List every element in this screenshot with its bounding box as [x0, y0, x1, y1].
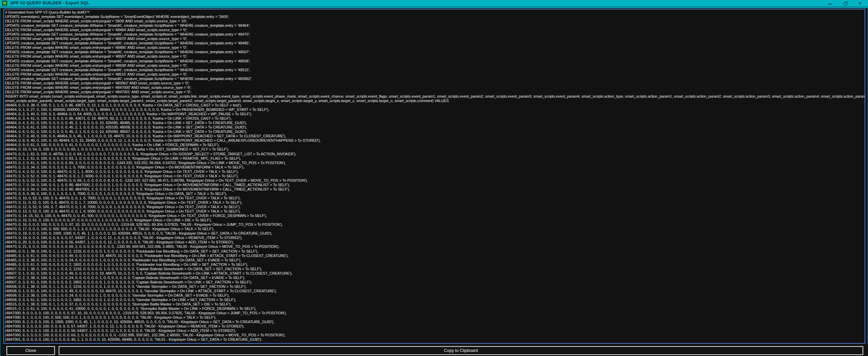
sql-line: (48464, 0, 7, 0, 40, 0, 100, 0, 6, 48464… — [5, 134, 865, 138]
sql-line: DELETE FROM smart_scripts WHERE smart_sc… — [5, 19, 865, 23]
sql-line: (48470, 0, 2, 0, 61, 0, 100, 0, 0, 0, 0,… — [5, 161, 865, 165]
sql-line: (48464, 0, 5, 6, 61, 0, 100, 0, 0, 0, 0,… — [5, 125, 865, 130]
sql-line: (48470, 0, 9, 0, 38, 0, 100, 0, 1, 1, 0,… — [5, 192, 865, 196]
screen: { "window": { "title": "SPP V2 QUERY BUI… — [0, 0, 868, 356]
app-window: SPP V2 QUERY BUILDER - Export SQL ✕ # Ge… — [0, 0, 868, 356]
sql-line: (48470, 0, 6, 0, 52, 0, 100, 0, 2, 48470… — [5, 178, 865, 183]
close-icon: ✕ — [858, 0, 862, 7]
sql-line: (48470, 0, 15, 0, 61, 0, 100, 0, 0, 0, 0… — [5, 218, 865, 222]
sql-line: UPDATE creature_template SET creature_te… — [5, 41, 865, 45]
sql-line: (48470, 0, 10, 0, 52, 0, 100, 0, 5, 4847… — [5, 196, 865, 200]
sql-line: UPDATE creature_template SET creature_te… — [5, 50, 865, 54]
sql-line: (48464, 0, 9, 0, 61, 0, 100, 0, 0, 0, 0,… — [5, 143, 865, 147]
sql-line: (48470, 0, 13, 0, 52, 0, 100, 0, 8, 4847… — [5, 209, 865, 214]
sql-line: (4847000, 9, 0, 0, 0, 0, 100, 0, 0, 0, 0… — [5, 311, 865, 315]
sql-line: (48470, 0, 8, 0, 34, 0, 100, 0, 0, 2, 0,… — [5, 187, 865, 192]
close-window-button[interactable]: ✕ — [854, 0, 866, 7]
sql-line: (48470, 0, 12, 0, 52, 0, 100, 0, 7, 4847… — [5, 205, 865, 209]
minimize-button[interactable] — [824, 0, 836, 7]
sql-line: (48508, 0, 1, 0, 61, 0, 100, 0, 0, 0, 0,… — [5, 289, 865, 293]
sql-line: (48464, 0, 10, 0, 54, 0, 100, 0, 0, 0, 0… — [5, 147, 865, 152]
sql-line: (48470, 0, 1, 2, 61, 0, 100, 0, 0, 0, 0,… — [5, 156, 865, 161]
sql-output-area[interactable]: # Generated from SPP V2 Query-Builder by… — [3, 9, 865, 344]
sql-line: DELETE FROM smart_scripts WHERE smart_sc… — [5, 90, 865, 94]
minimize-icon — [828, 4, 832, 4]
sql-line: (48464, 0, 8, 9, 40, 0, 100, 0, 10, 4846… — [5, 138, 865, 143]
sql-line: DELETE FROM smart_scripts WHERE smart_sc… — [5, 85, 865, 90]
sql-line: (48464, 0, 6, 0, 61, 0, 100, 0, 0, 0, 0,… — [5, 130, 865, 134]
sql-line: INSERT INTO smart_scripts (smart_scripts… — [5, 94, 865, 99]
sql-line: (48470, 0, 4, 0, 52, 0, 100, 0, 0, 48470… — [5, 170, 865, 174]
close-button-label: Close — [25, 348, 36, 353]
sql-line: (48508, 0, 3, 0, 61, 0, 100, 0, 0, 0, 0,… — [5, 298, 865, 302]
sql-line: DELETE FROM smart_scripts WHERE smart_sc… — [5, 63, 865, 68]
sql-line: DELETE FROM smart_scripts WHERE smart_sc… — [5, 81, 865, 85]
sql-line: UPDATE creature_template SET creature_te… — [5, 59, 865, 63]
sql-line: (48464, 0, 3, 4, 61, 0, 100, 0, 0, 0, 0,… — [5, 116, 865, 121]
sql-line: DELETE FROM smart_scripts WHERE smart_sc… — [5, 28, 865, 32]
sql-line: (4847000, 9, 3, 0, 0, 0, 100, 0, 0, 0, 0… — [5, 324, 865, 329]
sql-line: (48485, 0, 0, 1, 38, 0, 100, 0, 1, 1, 0,… — [5, 249, 865, 254]
restore-icon — [844, 1, 848, 5]
copy-to-clipboard-button[interactable]: Copy to Clipboard — [59, 346, 863, 355]
sql-line: (48515, 0, 1, 0, 61, 0, 100, 0, 0, 0, 0,… — [5, 306, 865, 311]
maximize-button[interactable] — [840, 0, 851, 7]
sql-line: (4847000, 9, 2, 0, 0, 0, 100, 0, 1000, 1… — [5, 320, 865, 324]
sql-line: smart_scripts.action_param6, smart_scrip… — [5, 99, 865, 103]
sql-line: (48507, 0, 1, 0, 61, 0, 100, 0, 0, 0, 0,… — [5, 271, 865, 276]
sql-line: (4847000, 9, 4, 0, 0, 0, 100, 0, 0, 0, 0… — [5, 329, 865, 333]
copy-button-label: Copy to Clipboard — [444, 348, 478, 353]
sql-line: (48470, 0, 17, 0, 0, 0, 100, 0, 500, 500… — [5, 227, 865, 231]
sql-line: # Generated from SPP V2 Query-Builder by… — [5, 10, 865, 15]
sql-line: (48470, 0, 5, 0, 52, 0, 100, 0, 1, 48470… — [5, 174, 865, 178]
sql-line: (48507, 0, 0, 1, 38, 0, 100, 0, 1, 1, 0,… — [5, 267, 865, 271]
sql-line: (4847000, 9, 1, 0, 0, 0, 100, 0, 500, 50… — [5, 315, 865, 320]
sql-line: (48464, 0, 4, 5, 61, 0, 100, 0, 0, 0, 0,… — [5, 121, 865, 125]
sql-line: DELETE FROM smart_scripts WHERE smart_sc… — [5, 45, 865, 50]
sql-line: (48464, 0, 0, 0, 38, 0, 100, 0, 1, 1, 0,… — [5, 103, 865, 107]
accent-divider — [0, 7, 868, 8]
sql-line: (48470, 0, 7, 0, 34, 0, 100, 0, 0, 1, 0,… — [5, 183, 865, 187]
sql-line: (48485, 0, 2, 3, 38, 0, 100, 0, 2, 1, 0,… — [5, 258, 865, 262]
app-icon — [2, 1, 7, 6]
sql-line: DELETE FROM smart_scripts WHERE smart_sc… — [5, 72, 865, 77]
sql-line: UPDATE eventobject_template SET eventobj… — [5, 15, 865, 19]
sql-line: (48464, 0, 2, 3, 40, 0, 100, 0, 5, 48464… — [5, 112, 865, 116]
sql-line: (48508, 0, 0, 1, 38, 0, 100, 0, 1, 1, 0,… — [5, 284, 865, 289]
sql-line: UPDATE creature_template SET creature_te… — [5, 32, 865, 37]
sql-line: DELETE FROM smart_scripts WHERE smart_sc… — [5, 54, 865, 59]
sql-line: (48464, 0, 1, 0, 27, 0, 100, 0, 600000, … — [5, 107, 865, 112]
sql-line: (48470, 0, 3, 0, 34, 0, 100, 0, 0, 3, 0,… — [5, 165, 865, 170]
sql-line: UPDATE creature_template SET creature_te… — [5, 77, 865, 81]
close-button[interactable]: Close — [6, 346, 55, 355]
sql-line: UPDATE creature_template SET creature_te… — [5, 23, 865, 28]
sql-line: (48470, 0, 0, 1, 62, 0, 100, 0, 48759, 0… — [5, 152, 865, 156]
sql-line: (48470, 0, 20, 0, 0, 0, 100, 0, 0, 0, 0,… — [5, 240, 865, 244]
sql-line: UPDATE creature_template SET creature_te… — [5, 68, 865, 72]
window-title: SPP V2 QUERY BUILDER - Export SQL — [10, 1, 89, 5]
footer-bar: Close Copy to Clipboard — [0, 344, 868, 356]
sql-line: (48515, 0, 0, 1, 38, 0, 100, 0, 1, 1, 0,… — [5, 302, 865, 306]
sql-line: (48470, 0, 14, 15, 52, 0, 100, 0, 9, 484… — [5, 214, 865, 218]
title-bar[interactable]: SPP V2 QUERY BUILDER - Export SQL ✕ — [0, 0, 868, 7]
sql-line: (48470, 0, 16, 0, 0, 0, 100, 0, 0, 0, 0,… — [5, 222, 865, 227]
sql-line: (4847000, 9, 5, 0, 0, 0, 100, 0, 0, 0, 0… — [5, 333, 865, 337]
sql-line: (48470, 0, 11, 0, 52, 0, 100, 0, 6, 4847… — [5, 200, 865, 205]
sql-line: (4847001, 9, 0, 0, 0, 0, 100, 0, 0, 0, 0… — [5, 337, 865, 342]
sql-line: (48485, 0, 1, 0, 61, 0, 100, 0, 0, 0, 0,… — [5, 254, 865, 258]
sql-line: (48507, 0, 3, 0, 61, 0, 100, 0, 0, 0, 0,… — [5, 280, 865, 284]
sql-line: (48470, 0, 19, 0, 0, 0, 100, 0, 0, 0, 0,… — [5, 236, 865, 240]
sql-line: DELETE FROM smart_scripts WHERE smart_sc… — [5, 37, 865, 41]
sql-line: (48508, 0, 2, 3, 38, 0, 100, 0, 2, 1, 0,… — [5, 293, 865, 298]
sql-line: (48485, 0, 3, 0, 61, 0, 100, 0, 0, 0, 0,… — [5, 262, 865, 267]
sql-line: (48470, 0, 18, 0, 0, 0, 100, 0, 1000, 10… — [5, 231, 865, 236]
sql-line: (48507, 0, 2, 3, 38, 0, 100, 0, 2, 1, 0,… — [5, 276, 865, 280]
sql-line: (48470, 0, 21, 0, 0, 0, 100, 0, 0, 0, 0,… — [5, 244, 865, 249]
